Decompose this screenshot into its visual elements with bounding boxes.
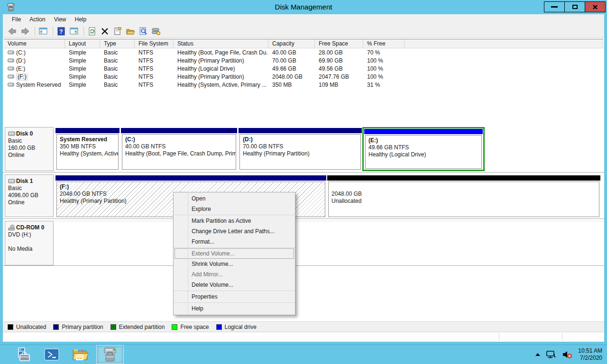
partition-status: Healthy (System, Active bbox=[60, 150, 118, 157]
menu-item-properties[interactable]: Properties bbox=[174, 291, 295, 302]
cell-free: 49.56 GB bbox=[315, 65, 363, 72]
refresh-icon bbox=[87, 27, 97, 36]
col-file-system[interactable]: File System bbox=[135, 39, 174, 48]
col-type[interactable]: Type bbox=[100, 39, 135, 48]
menu-item-add-mirror: Add Mirror... bbox=[174, 269, 295, 280]
partition-c[interactable]: (C:) 40.00 GB NTFS Healthy (Boot, Page F… bbox=[121, 128, 237, 170]
menu-item-format[interactable]: Format... bbox=[174, 237, 295, 247]
show-action-pane-button[interactable] bbox=[68, 26, 80, 37]
col-volume[interactable]: Volume bbox=[4, 39, 65, 48]
menu-separator bbox=[174, 291, 295, 291]
menu-view[interactable]: View bbox=[50, 15, 71, 24]
menu-item-shrink-volume[interactable]: Shrink Volume... bbox=[174, 259, 295, 269]
volume-row-f[interactable]: (F:) Simple Basic NTFS Healthy (Primary … bbox=[4, 73, 603, 81]
col-pct-free[interactable]: % Free bbox=[363, 39, 405, 48]
partition-title: (D:) bbox=[243, 136, 360, 143]
col-free-space[interactable]: Free Space bbox=[315, 39, 363, 48]
primary-partition-strip bbox=[55, 175, 326, 181]
primary-partition-strip bbox=[55, 128, 120, 133]
menu-help[interactable]: Help bbox=[71, 15, 91, 24]
free-space-swatch bbox=[172, 324, 177, 330]
network-icon[interactable] bbox=[546, 350, 556, 359]
disk0-label-panel[interactable]: Disk 0 Basic 160.00 GB Online bbox=[5, 127, 54, 171]
help-icon: ? bbox=[56, 27, 66, 36]
menu-item-explore[interactable]: Explore bbox=[174, 204, 295, 214]
menu-item-mark-partition-active[interactable]: Mark Partition as Active bbox=[174, 216, 295, 226]
disk1-label-panel[interactable]: Disk 1 Basic 4096.00 GB Online bbox=[5, 174, 54, 217]
cdrom-label-panel[interactable]: CD-ROM 0 DVD (H:) No Media bbox=[5, 221, 54, 265]
col-layout[interactable]: Layout bbox=[65, 39, 100, 48]
delete-button[interactable] bbox=[99, 26, 110, 37]
unallocated-size: 2048.00 GB bbox=[331, 191, 599, 198]
partition-status: Healthy (Logical Drive) bbox=[368, 151, 481, 158]
disk0-row: Disk 0 Basic 160.00 GB Online System Res… bbox=[3, 127, 604, 171]
cell-fs: NTFS bbox=[135, 57, 174, 64]
back-button[interactable] bbox=[7, 26, 18, 37]
status-bar bbox=[3, 332, 604, 342]
toolbar-separator bbox=[35, 27, 35, 36]
legend-label: Logical drive bbox=[225, 324, 257, 330]
window-titlebar[interactable]: Disk Management bbox=[0, 0, 607, 14]
partition-system-reserved[interactable]: System Reserved 350 MB NTFS Healthy (Sys… bbox=[55, 128, 120, 170]
col-capacity[interactable]: Capacity bbox=[268, 39, 315, 48]
cell-fs: NTFS bbox=[135, 82, 174, 88]
maximize-button[interactable] bbox=[564, 1, 585, 12]
cell-status: Healthy (Primary Partition) bbox=[174, 57, 268, 64]
menu-item-change-drive-letter[interactable]: Change Drive Letter and Paths... bbox=[174, 226, 295, 237]
properties-button[interactable] bbox=[112, 26, 123, 37]
properties-icon bbox=[113, 27, 122, 36]
taskbar-disk-management-active[interactable] bbox=[96, 345, 124, 364]
taskbar-file-explorer[interactable] bbox=[69, 345, 91, 364]
open-button[interactable] bbox=[125, 26, 136, 37]
cell-status: Healthy (Boot, Page File, Crash Du... bbox=[174, 49, 268, 56]
partition-status: Healthy (Primary Partition) bbox=[243, 150, 360, 157]
cdrom-row: CD-ROM 0 DVD (H:) No Media bbox=[3, 221, 604, 265]
menu-item-open[interactable]: Open bbox=[174, 193, 295, 204]
toolbar-separator bbox=[53, 27, 53, 36]
menu-item-delete-volume[interactable]: Delete Volume... bbox=[174, 280, 295, 290]
volume-icon bbox=[8, 82, 14, 87]
menu-file[interactable]: File bbox=[8, 15, 25, 24]
row-divider bbox=[3, 172, 604, 173]
volume-muted-icon[interactable] bbox=[562, 350, 572, 359]
volume-row-d[interactable]: (D:) Simple Basic NTFS Healthy (Primary … bbox=[4, 56, 603, 64]
taskbar-powershell[interactable] bbox=[42, 345, 62, 364]
disk-settings-button[interactable] bbox=[150, 26, 162, 37]
minimize-button[interactable] bbox=[544, 1, 565, 12]
cell-layout: Simple bbox=[65, 82, 100, 88]
volume-row-c[interactable]: (C:) Simple Basic NTFS Healthy (Boot, Pa… bbox=[4, 48, 603, 56]
volume-row-system-reserved[interactable]: System Reserved Simple Basic NTFS Health… bbox=[4, 81, 603, 89]
extended-partition-swatch bbox=[110, 324, 116, 330]
cell-status: Healthy (Primary Partition) bbox=[174, 73, 268, 80]
unallocated-space[interactable]: 2048.00 GB Unallocated bbox=[327, 175, 600, 217]
refresh-button[interactable] bbox=[86, 26, 98, 37]
disk-icon bbox=[8, 131, 15, 136]
forward-button[interactable] bbox=[19, 26, 31, 37]
logical-drive-strip bbox=[364, 129, 483, 134]
partition-d[interactable]: (D:) 70.00 GB NTFS Healthy (Primary Part… bbox=[239, 128, 362, 170]
menu-item-help[interactable]: Help bbox=[174, 303, 295, 314]
cell-fs: NTFS bbox=[135, 65, 174, 72]
show-console-tree-button[interactable] bbox=[37, 26, 49, 37]
close-button[interactable] bbox=[585, 1, 606, 12]
cell-status: Healthy (Logical Drive) bbox=[174, 65, 268, 72]
disk1-row: Disk 1 Basic 4096.00 GB Online (F:) 2048… bbox=[3, 174, 604, 217]
show-hidden-icons-button[interactable] bbox=[535, 353, 540, 356]
col-status[interactable]: Status bbox=[174, 39, 268, 48]
menu-action[interactable]: Action bbox=[25, 15, 49, 24]
help-button[interactable]: ? bbox=[55, 26, 67, 37]
taskbar-clock[interactable]: 10:51 AM 7/2/2020 bbox=[578, 347, 602, 362]
cell-layout: Simple bbox=[65, 57, 100, 64]
cell-free: 28.00 GB bbox=[315, 49, 363, 56]
taskbar-server-manager[interactable] bbox=[10, 345, 35, 364]
volume-icon bbox=[8, 74, 14, 79]
view-details-button[interactable] bbox=[138, 26, 149, 37]
volume-row-e[interactable]: (E:) Simple Basic NTFS Healthy (Logical … bbox=[4, 64, 603, 73]
legend-label: Primary partition bbox=[62, 324, 103, 330]
partition-title: (F:) bbox=[60, 183, 325, 191]
volume-icon bbox=[8, 66, 14, 71]
partition-e-extended-selected[interactable]: (E:) 49.66 GB NTFS Healthy (Logical Driv… bbox=[362, 127, 485, 171]
toolbar-separator bbox=[83, 27, 84, 36]
volume-icon bbox=[8, 58, 14, 63]
row-divider bbox=[3, 218, 604, 219]
